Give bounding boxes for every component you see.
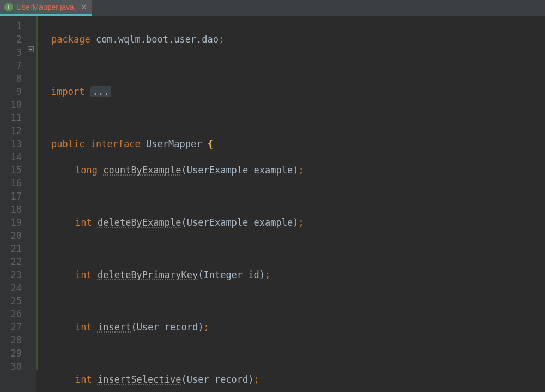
scope-guide [39, 16, 39, 370]
code-line [51, 242, 545, 255]
line-number: 15 [0, 164, 22, 177]
vcs-change-marker [36, 16, 38, 370]
fold-toggle-icon[interactable]: + [28, 46, 34, 52]
line-number: 13 [0, 137, 22, 150]
line-number: 2 [0, 33, 22, 46]
line-number: 23 [0, 268, 22, 281]
line-number: 10 [0, 98, 22, 111]
line-number: 20 [0, 229, 22, 242]
code-line: int insertSelective(User record); [51, 373, 545, 386]
line-number-gutter: 1 2 3 7 8 9 10 11 12 13 14 15 16 17 18 1… [0, 16, 26, 392]
line-number: 18 [0, 203, 22, 216]
line-number: 24 [0, 281, 22, 294]
code-line: int deleteByPrimaryKey(Integer id); [51, 268, 545, 281]
code-line: import ... [51, 85, 545, 98]
line-number: 8 [0, 72, 22, 85]
line-number: 17 [0, 190, 22, 203]
code-line [51, 294, 545, 307]
line-number: 26 [0, 307, 22, 321]
code-line: int insert(User record); [51, 321, 545, 334]
line-number: 7 [0, 59, 22, 72]
line-number: 9 [0, 85, 22, 98]
close-icon[interactable]: × [82, 3, 86, 11]
scope-column [36, 16, 45, 392]
code-line: public interface UserMapper { [51, 137, 545, 150]
line-number: 30 [0, 360, 22, 373]
fold-column: + [26, 16, 36, 392]
code-line: int deleteByExample(UserExample example)… [51, 216, 545, 229]
editor[interactable]: 1 2 3 7 8 9 10 11 12 13 14 15 16 17 18 1… [0, 16, 545, 392]
code-area[interactable]: package com.wqlm.boot.user.dao; import .… [45, 16, 545, 392]
line-number: 29 [0, 347, 22, 360]
line-number: 25 [0, 294, 22, 307]
code-line [51, 190, 545, 203]
interface-icon: I [4, 3, 13, 11]
folded-region[interactable]: ... [90, 86, 112, 97]
line-number: 3 [0, 46, 22, 59]
code-line: long countByExample(UserExample example)… [51, 164, 545, 177]
line-number: 16 [0, 177, 22, 190]
line-number: 21 [0, 242, 22, 255]
line-number: 14 [0, 150, 22, 164]
line-number: 27 [0, 321, 22, 334]
line-number: 22 [0, 255, 22, 268]
line-number: 11 [0, 111, 22, 124]
tab-file-name: UserMapper.java [16, 3, 74, 11]
code-line [51, 59, 545, 72]
code-line [51, 347, 545, 360]
code-line [51, 111, 545, 124]
line-number: 19 [0, 216, 22, 229]
tab-usermapper[interactable]: I UserMapper.java × [0, 0, 92, 16]
line-number: 1 [0, 20, 22, 33]
line-number: 28 [0, 334, 22, 347]
tab-bar: I UserMapper.java × [0, 0, 545, 16]
line-number: 12 [0, 124, 22, 137]
code-line: package com.wqlm.boot.user.dao; [51, 33, 545, 46]
